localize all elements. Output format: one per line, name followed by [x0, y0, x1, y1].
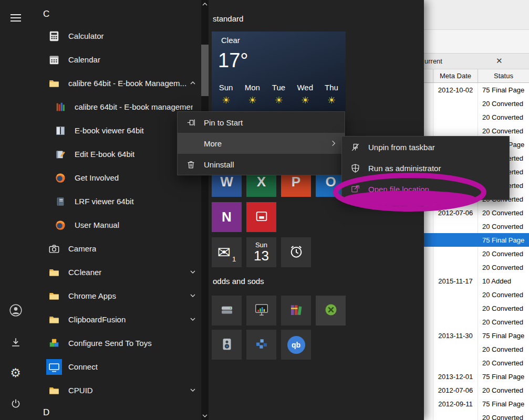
tile-drive-tool[interactable] — [212, 296, 242, 326]
calendar-icon — [46, 52, 62, 68]
tile-audio-tool[interactable] — [212, 330, 242, 360]
desktop: urrent ✕ Meta Date Status 2012-10-02 75 … — [0, 0, 529, 420]
table-row[interactable]: 2015-11-17 10 Added — [424, 274, 529, 288]
app-folder-calibre[interactable]: calibre 64bit - E-book Managem... — [30, 71, 201, 95]
app-folder-cpuid[interactable]: CPUID — [30, 379, 201, 402]
tile-media-app[interactable] — [246, 202, 276, 232]
table-row[interactable]: 20 Converted — [424, 411, 529, 420]
colored-blocks-icon — [46, 335, 62, 351]
app-list-scrollbar[interactable] — [201, 0, 209, 420]
scroll-up-button[interactable] — [201, 0, 209, 8]
app-item-calendar[interactable]: Calendar — [30, 48, 201, 71]
cell-meta-date — [433, 342, 478, 356]
app-item-calibre[interactable]: calibre 64bit - E-book management — [30, 95, 201, 119]
column-header-meta-date[interactable]: Meta Date — [433, 69, 478, 82]
tile-green-app[interactable] — [316, 296, 346, 326]
app-item-calculator[interactable]: Calculator — [30, 24, 201, 48]
app-item-ebook-viewer[interactable]: E-book viewer 64bit — [30, 119, 201, 142]
hamburger-menu-button[interactable] — [8, 10, 23, 25]
scrollbar-thumb[interactable] — [201, 45, 209, 96]
app-folder-chrome-apps[interactable]: Chrome Apps — [30, 284, 201, 308]
table-row[interactable]: 2012-10-02 75 Final Page — [424, 83, 529, 97]
table-row[interactable]: 2012-07-06 20 Converted — [424, 383, 529, 397]
chevron-down-icon[interactable] — [190, 386, 196, 395]
table-row[interactable]: 20 Converted — [424, 247, 529, 260]
table-row[interactable]: 2013-12-01 75 Final Page — [424, 370, 529, 383]
app-item-get-involved[interactable]: Get Involved — [30, 166, 201, 190]
screen-icon — [254, 209, 269, 226]
app-item-edit-ebook[interactable]: Edit E-book 64bit — [30, 142, 201, 166]
table-row[interactable]: 2012-07-06 20 Converted — [424, 206, 529, 219]
app-item-user-manual[interactable]: User Manual — [30, 213, 201, 237]
chevron-up-icon[interactable] — [190, 79, 196, 88]
table-row[interactable]: 20 Converted — [424, 301, 529, 315]
user-account-button[interactable] — [8, 304, 23, 318]
table-row[interactable]: 20 Converted — [424, 219, 529, 233]
calendar-date: 13 — [254, 249, 269, 263]
scroll-down-button[interactable] — [201, 412, 209, 420]
cell-meta-date — [433, 247, 478, 260]
cell-stub — [424, 260, 433, 274]
menu-item-pin-to-start[interactable]: Pin to Start — [178, 112, 345, 133]
tile-benchmark-tool[interactable] — [246, 296, 276, 326]
app-item-send-to-toys[interactable]: Configure Send To Toys — [30, 331, 201, 355]
downloads-button[interactable] — [8, 336, 23, 350]
hamburger-icon — [11, 12, 21, 24]
cell-stub — [424, 97, 433, 110]
chevron-down-icon[interactable] — [190, 291, 196, 301]
table-row[interactable]: 75 Final Page — [424, 233, 529, 247]
open-location-icon — [349, 184, 361, 194]
chevron-down-icon[interactable] — [190, 315, 196, 324]
weather-days: SunMonTueWedThu — [213, 83, 345, 92]
app-item-connect[interactable]: Connect — [30, 355, 201, 379]
sun-icon: ☀ — [213, 94, 239, 106]
cell-stub — [424, 110, 433, 124]
tile-group-label-standard[interactable]: standard — [213, 14, 243, 23]
table-row[interactable]: 20 Converted — [424, 342, 529, 356]
folder-icon — [46, 76, 62, 91]
column-header-status[interactable]: Status — [478, 69, 529, 82]
cell-status: 20 Converted — [478, 301, 529, 315]
chevron-down-icon[interactable] — [190, 268, 196, 277]
menu-item-unpin-from-taskbar[interactable]: Unpin from taskbar — [342, 136, 509, 158]
menu-item-more[interactable]: More — [178, 133, 345, 154]
menu-item-run-as-administrator[interactable]: Run as administrator — [342, 158, 509, 178]
tile-archiver[interactable] — [281, 296, 311, 326]
table-row[interactable]: 2013-11-30 75 Final Page — [424, 329, 529, 342]
tile-blue-cubes-app[interactable] — [246, 330, 276, 360]
table-row[interactable]: 20 Converted — [424, 110, 529, 124]
cell-status: 20 Converted — [478, 219, 529, 233]
table-row[interactable]: 20 Converted — [424, 356, 529, 370]
cell-stub — [424, 274, 433, 288]
menu-item-open-file-location[interactable]: Open file location — [342, 178, 509, 200]
cell-status: 20 Converted — [478, 411, 529, 420]
folder-icon — [46, 288, 62, 304]
clear-filter-button[interactable]: ✕ — [496, 56, 503, 66]
tile-onenote[interactable]: N — [212, 202, 242, 232]
cell-status: 75 Final Page — [478, 83, 529, 97]
app-item-lrf-viewer[interactable]: LRF viewer 64bit — [30, 190, 201, 213]
tile-group-label-odds-and-sods[interactable]: odds and sods — [213, 277, 264, 286]
tile-qbittorrent[interactable]: qb — [281, 330, 311, 360]
app-item-camera[interactable]: Camera — [30, 237, 201, 260]
cell-meta-date — [433, 233, 478, 247]
section-letter-c[interactable]: C — [30, 4, 201, 24]
cell-stub — [424, 370, 433, 383]
section-letter-d[interactable]: D — [30, 402, 201, 420]
cell-meta-date: 2012-07-06 — [433, 383, 478, 397]
cell-status: 75 Final Page — [478, 329, 529, 342]
app-folder-clipboardfusion[interactable]: ClipboardFusion — [30, 308, 201, 331]
tile-mail[interactable]: ✉ 1 — [212, 237, 242, 267]
table-row[interactable]: 20 Converted — [424, 97, 529, 110]
table-row[interactable]: 20 Converted — [424, 260, 529, 274]
app-folder-ccleaner[interactable]: CCleaner — [30, 260, 201, 284]
tile-alarms[interactable] — [281, 237, 311, 267]
tile-calendar[interactable]: Sun 13 — [246, 237, 276, 267]
table-row[interactable]: 20 Converted — [424, 288, 529, 301]
table-row[interactable]: 2012-09-11 75 Final Page — [424, 397, 529, 411]
power-button[interactable] — [8, 397, 23, 412]
camera-icon — [46, 241, 62, 257]
settings-button[interactable]: ⚙ — [8, 366, 23, 380]
table-row[interactable]: 20 Converted — [424, 315, 529, 329]
menu-item-uninstall[interactable]: Uninstall — [178, 154, 345, 175]
